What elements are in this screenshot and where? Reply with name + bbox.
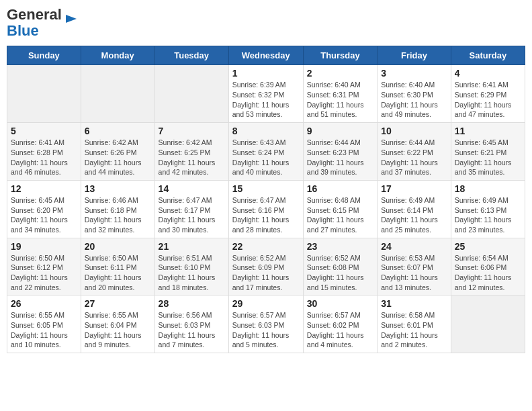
day-info: Sunrise: 6:42 AM Sunset: 6:26 PM Dayligh… — [85, 138, 151, 177]
day-number: 6 — [85, 126, 151, 136]
day-info: Sunrise: 6:41 AM Sunset: 6:28 PM Dayligh… — [11, 138, 77, 177]
calendar-cell — [7, 65, 81, 123]
logo-text: General Blue — [7, 7, 62, 39]
day-number: 8 — [232, 126, 300, 136]
calendar-cell: 1Sunrise: 6:39 AM Sunset: 6:32 PM Daylig… — [228, 65, 303, 123]
day-info: Sunrise: 6:58 AM Sunset: 6:01 PM Dayligh… — [381, 310, 447, 350]
day-info: Sunrise: 6:49 AM Sunset: 6:14 PM Dayligh… — [381, 195, 447, 235]
calendar-cell: 13Sunrise: 6:46 AM Sunset: 6:18 PM Dayli… — [81, 180, 154, 238]
day-info: Sunrise: 6:48 AM Sunset: 6:15 PM Dayligh… — [307, 195, 373, 235]
calendar-cell: 31Sunrise: 6:58 AM Sunset: 6:01 PM Dayli… — [378, 295, 451, 353]
logo-general: General — [7, 6, 62, 23]
calendar-cell: 4Sunrise: 6:41 AM Sunset: 6:29 PM Daylig… — [451, 65, 525, 123]
calendar-cell: 9Sunrise: 6:44 AM Sunset: 6:23 PM Daylig… — [303, 123, 377, 181]
day-number: 23 — [307, 241, 373, 252]
calendar-week-1: 1Sunrise: 6:39 AM Sunset: 6:32 PM Daylig… — [7, 65, 525, 123]
day-number: 19 — [11, 241, 77, 252]
calendar-week-2: 5Sunrise: 6:41 AM Sunset: 6:28 PM Daylig… — [7, 123, 525, 181]
day-number: 21 — [159, 241, 225, 252]
day-info: Sunrise: 6:47 AM Sunset: 6:16 PM Dayligh… — [232, 195, 300, 235]
day-info: Sunrise: 6:47 AM Sunset: 6:17 PM Dayligh… — [159, 195, 225, 235]
calendar-cell: 17Sunrise: 6:49 AM Sunset: 6:14 PM Dayli… — [378, 180, 451, 238]
day-info: Sunrise: 6:41 AM Sunset: 6:29 PM Dayligh… — [455, 80, 521, 120]
day-info: Sunrise: 6:45 AM Sunset: 6:21 PM Dayligh… — [455, 138, 521, 177]
day-number: 24 — [381, 241, 447, 252]
day-number: 9 — [307, 126, 373, 136]
day-info: Sunrise: 6:40 AM Sunset: 6:31 PM Dayligh… — [307, 80, 373, 120]
calendar-cell: 22Sunrise: 6:52 AM Sunset: 6:09 PM Dayli… — [228, 238, 303, 295]
day-number: 13 — [85, 183, 151, 194]
svg-marker-0 — [66, 15, 77, 23]
day-info: Sunrise: 6:39 AM Sunset: 6:32 PM Dayligh… — [232, 80, 300, 120]
calendar-cell: 20Sunrise: 6:50 AM Sunset: 6:11 PM Dayli… — [81, 238, 154, 295]
day-of-week-monday: Monday — [81, 46, 154, 65]
day-number: 15 — [232, 183, 300, 194]
calendar-cell: 23Sunrise: 6:52 AM Sunset: 6:08 PM Dayli… — [303, 238, 377, 295]
day-number: 17 — [381, 183, 447, 194]
calendar-cell: 8Sunrise: 6:43 AM Sunset: 6:24 PM Daylig… — [228, 123, 303, 181]
page-header: General Blue — [7, 7, 525, 39]
day-info: Sunrise: 6:44 AM Sunset: 6:22 PM Dayligh… — [381, 138, 447, 177]
calendar-cell: 27Sunrise: 6:55 AM Sunset: 6:04 PM Dayli… — [81, 295, 154, 353]
calendar-cell: 24Sunrise: 6:53 AM Sunset: 6:07 PM Dayli… — [378, 238, 451, 295]
day-of-week-sunday: Sunday — [7, 46, 81, 65]
day-of-week-friday: Friday — [378, 46, 451, 65]
day-info: Sunrise: 6:49 AM Sunset: 6:13 PM Dayligh… — [455, 195, 521, 235]
day-number: 7 — [159, 126, 225, 136]
calendar-cell: 12Sunrise: 6:45 AM Sunset: 6:20 PM Dayli… — [7, 180, 81, 238]
day-number: 4 — [455, 68, 521, 79]
day-of-week-tuesday: Tuesday — [154, 46, 228, 65]
day-info: Sunrise: 6:54 AM Sunset: 6:06 PM Dayligh… — [455, 253, 521, 293]
logo-arrow-icon — [64, 12, 78, 26]
calendar-week-5: 26Sunrise: 6:55 AM Sunset: 6:05 PM Dayli… — [7, 295, 525, 353]
day-number: 1 — [232, 68, 300, 79]
calendar-cell: 5Sunrise: 6:41 AM Sunset: 6:28 PM Daylig… — [7, 123, 81, 181]
calendar-cell — [451, 295, 525, 353]
day-number: 10 — [381, 126, 447, 136]
day-number: 5 — [11, 126, 77, 136]
calendar-cell: 21Sunrise: 6:51 AM Sunset: 6:10 PM Dayli… — [154, 238, 228, 295]
calendar-cell: 28Sunrise: 6:56 AM Sunset: 6:03 PM Dayli… — [154, 295, 228, 353]
calendar-cell: 7Sunrise: 6:42 AM Sunset: 6:25 PM Daylig… — [154, 123, 228, 181]
calendar-table: SundayMondayTuesdayWednesdayThursdayFrid… — [7, 46, 525, 353]
day-number: 3 — [381, 68, 447, 79]
day-number: 12 — [11, 183, 77, 194]
calendar-cell: 16Sunrise: 6:48 AM Sunset: 6:15 PM Dayli… — [303, 180, 377, 238]
day-info: Sunrise: 6:42 AM Sunset: 6:25 PM Dayligh… — [159, 138, 225, 177]
day-number: 18 — [455, 183, 521, 194]
day-info: Sunrise: 6:55 AM Sunset: 6:04 PM Dayligh… — [85, 310, 151, 350]
day-info: Sunrise: 6:43 AM Sunset: 6:24 PM Dayligh… — [232, 138, 300, 177]
calendar-week-3: 12Sunrise: 6:45 AM Sunset: 6:20 PM Dayli… — [7, 180, 525, 238]
day-number: 2 — [307, 68, 373, 79]
calendar-cell: 26Sunrise: 6:55 AM Sunset: 6:05 PM Dayli… — [7, 295, 81, 353]
day-number: 20 — [85, 241, 151, 252]
calendar-cell: 2Sunrise: 6:40 AM Sunset: 6:31 PM Daylig… — [303, 65, 377, 123]
day-info: Sunrise: 6:55 AM Sunset: 6:05 PM Dayligh… — [11, 310, 77, 350]
day-info: Sunrise: 6:46 AM Sunset: 6:18 PM Dayligh… — [85, 195, 151, 235]
calendar-cell: 18Sunrise: 6:49 AM Sunset: 6:13 PM Dayli… — [451, 180, 525, 238]
calendar-cell: 25Sunrise: 6:54 AM Sunset: 6:06 PM Dayli… — [451, 238, 525, 295]
calendar-cell: 19Sunrise: 6:50 AM Sunset: 6:12 PM Dayli… — [7, 238, 81, 295]
calendar-cell: 15Sunrise: 6:47 AM Sunset: 6:16 PM Dayli… — [228, 180, 303, 238]
calendar-cell: 6Sunrise: 6:42 AM Sunset: 6:26 PM Daylig… — [81, 123, 154, 181]
calendar-header-row: SundayMondayTuesdayWednesdayThursdayFrid… — [7, 46, 525, 65]
calendar-cell: 30Sunrise: 6:57 AM Sunset: 6:02 PM Dayli… — [303, 295, 377, 353]
calendar-cell: 14Sunrise: 6:47 AM Sunset: 6:17 PM Dayli… — [154, 180, 228, 238]
calendar-cell: 10Sunrise: 6:44 AM Sunset: 6:22 PM Dayli… — [378, 123, 451, 181]
day-info: Sunrise: 6:50 AM Sunset: 6:12 PM Dayligh… — [11, 253, 77, 293]
day-of-week-saturday: Saturday — [451, 46, 525, 65]
day-number: 30 — [307, 298, 373, 309]
day-number: 22 — [232, 241, 300, 252]
day-info: Sunrise: 6:40 AM Sunset: 6:30 PM Dayligh… — [381, 80, 447, 120]
day-of-week-thursday: Thursday — [303, 46, 377, 65]
logo-blue: Blue — [7, 22, 39, 39]
calendar-cell: 29Sunrise: 6:57 AM Sunset: 6:03 PM Dayli… — [228, 295, 303, 353]
day-info: Sunrise: 6:44 AM Sunset: 6:23 PM Dayligh… — [307, 138, 373, 177]
day-of-week-wednesday: Wednesday — [228, 46, 303, 65]
day-info: Sunrise: 6:52 AM Sunset: 6:08 PM Dayligh… — [307, 253, 373, 293]
day-info: Sunrise: 6:53 AM Sunset: 6:07 PM Dayligh… — [381, 253, 447, 293]
day-info: Sunrise: 6:57 AM Sunset: 6:02 PM Dayligh… — [307, 310, 373, 350]
day-number: 14 — [159, 183, 225, 194]
day-number: 31 — [381, 298, 447, 309]
day-info: Sunrise: 6:50 AM Sunset: 6:11 PM Dayligh… — [85, 253, 151, 293]
